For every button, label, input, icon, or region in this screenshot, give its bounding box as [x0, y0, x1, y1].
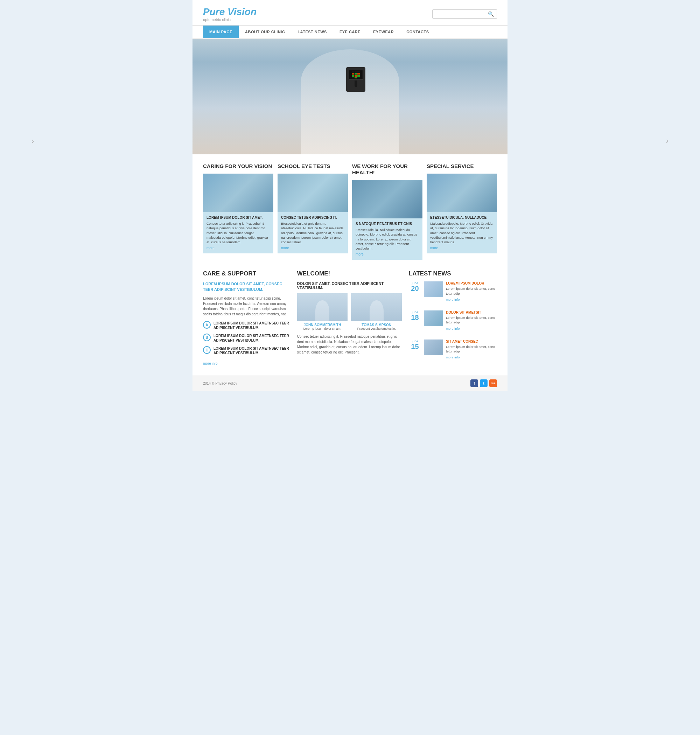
service-body-1: LOREM IPSUM DOLOR SIT AMET. Consec tetur…: [203, 212, 274, 253]
news-content-2: DOLOR SIT AMETSIT Lorem ipsum dolor sit …: [446, 310, 497, 331]
news-thumb-1: [424, 281, 443, 297]
doctor-card-1: JOHN SOMMERSMITH Loremp ipsum dolor sit …: [297, 293, 348, 331]
service-card-3: WE WORK FOR YOUR HEALTH! S NATOQUE PENAT…: [352, 163, 426, 260]
logo-subtitle: optometric clinic: [203, 18, 257, 22]
service-body-text-3: Etessetuidicula. Nulladuce Malesuda odio…: [356, 228, 419, 251]
logo-area: Pure Vision optometric clinic: [203, 6, 257, 22]
service-title-2: SCHOOL EYE TESTS: [278, 163, 348, 169]
news-item-2: june 18 DOLOR SIT AMETSIT Lorem ipsum do…: [409, 310, 497, 335]
news-date-2: june 18: [409, 310, 421, 321]
next-arrow[interactable]: ›: [666, 137, 669, 146]
footer: 2014 © Privacy Policy f t rss: [193, 375, 507, 391]
news-title-3: SIT AMET CONSEC: [446, 340, 497, 343]
doctor-name-1: JOHN SOMMERSMITH: [297, 323, 348, 327]
logo-title[interactable]: Pure Vision: [203, 6, 257, 18]
news-section: LATEST NEWS june 20 LOREM IPSUM DOLOR Lo…: [409, 270, 497, 368]
service-title-4: SPECIAL SERVICE: [426, 163, 497, 169]
news-content-1: LOREM IPSUM DOLOR Lorem ipsum dolor sit …: [446, 281, 497, 302]
eye-device: [346, 67, 365, 92]
service-more-1[interactable]: more: [206, 246, 270, 250]
care-text: Lorem ipsum dolor sit amet, conc tetur a…: [203, 296, 290, 317]
news-text-3: Lorem ipsum dolor sit amet, conc tetur a…: [446, 344, 497, 354]
nav-latest-news[interactable]: LATEST NEWS: [291, 25, 333, 38]
care-list-letter-a: A: [203, 321, 211, 329]
welcome-heading: WELCOME!: [297, 270, 402, 277]
hero-slider: [193, 39, 507, 154]
service-more-3[interactable]: more: [356, 252, 419, 256]
nav: MAIN PAGE ABOUT OUR CLINIC LATEST NEWS E…: [193, 25, 507, 39]
nav-contacts[interactable]: CONTACTS: [400, 25, 435, 38]
social-rss-icon[interactable]: rss: [489, 379, 497, 387]
social-twitter-icon[interactable]: t: [480, 379, 488, 387]
services-section: CARING FOR YOUR VISION LOREM IPSUM DOLOR…: [193, 154, 507, 260]
doctors-row: JOHN SOMMERSMITH Loremp ipsum dolor sit …: [297, 293, 402, 331]
care-subtitle: LOREM IPSUM DOLOR SIT AMET, CONSEC TEER …: [203, 281, 290, 292]
service-body-title-2: CONSEC TETUER ADIPISCING IT.: [281, 216, 344, 219]
service-body-text-1: Consec tetur adipiscing it. Praesebul. S…: [206, 221, 270, 244]
care-list-text-c: LOREM IPSUM DOLOR SIT AMETNSEC TEER ADIP…: [213, 346, 290, 355]
care-heading: CARE & SUPPORT: [203, 270, 290, 277]
nav-main-page[interactable]: MAIN PAGE: [203, 25, 239, 38]
doctor-role-1: Loremp ipsum dolor sit am.: [297, 327, 348, 331]
news-content-3: SIT AMET CONSEC Lorem ipsum dolor sit am…: [446, 340, 497, 360]
welcome-text: Consec tetuer adipiscing it. Praesebul n…: [297, 334, 402, 355]
news-more-3[interactable]: more info: [446, 355, 460, 359]
news-day-3: 15: [409, 343, 421, 350]
news-title-1: LOREM IPSUM DOLOR: [446, 281, 497, 285]
search-icon[interactable]: 🔍: [488, 11, 494, 17]
nav-about-clinic[interactable]: ABOUT OUR CLINIC: [239, 25, 291, 38]
care-section: CARE & SUPPORT LOREM IPSUM DOLOR SIT AME…: [203, 270, 297, 368]
service-title-3: WE WORK FOR YOUR HEALTH!: [352, 163, 422, 176]
footer-copyright: 2014 © Privacy Policy: [203, 382, 237, 385]
service-card-2: SCHOOL EYE TESTS CONSEC TETUER ADIPISCIN…: [278, 163, 352, 260]
doctor-name-2: TOMAS SIMPSON: [351, 323, 402, 327]
welcome-subtitle: DOLOR SIT AMET, CONSEC TEER ADIPISCENT V…: [297, 281, 402, 290]
news-text-2: Lorem ipsum dolor sit amet, conc tetur a…: [446, 315, 497, 325]
service-body-2: CONSEC TETUER ADIPISCING IT. Etessetuidi…: [278, 212, 348, 253]
nav-eye-care[interactable]: EYE CARE: [333, 25, 367, 38]
service-image-1: [203, 173, 274, 212]
news-more-1[interactable]: more info: [446, 297, 460, 301]
prev-arrow[interactable]: ›: [31, 137, 34, 146]
doctor-role-2: Praesent vestibulumolestle.: [351, 327, 402, 331]
news-text-1: Lorem ipsum dolor sit amet, conc tetur a…: [446, 286, 497, 296]
service-card-1: CARING FOR YOUR VISION LOREM IPSUM DOLOR…: [203, 163, 278, 260]
service-card-4: SPECIAL SERVICE ETESSETUIDICULA. NULLADU…: [426, 163, 497, 260]
care-more-info[interactable]: more info: [203, 362, 218, 365]
page-wrapper: › › Pure Vision optometric clinic 🔍 MAIN…: [0, 0, 700, 735]
service-more-2[interactable]: more: [281, 246, 344, 250]
news-thumb-3: [424, 340, 443, 355]
search-bar[interactable]: 🔍: [432, 9, 497, 19]
service-body-title-1: LOREM IPSUM DOLOR SIT AMET.: [206, 216, 270, 219]
news-title-2: DOLOR SIT AMETSIT: [446, 310, 497, 314]
care-list-text-a: LOREM IPSUM DOLOR SIT AMETNSEC TEER ADIP…: [213, 321, 290, 330]
news-date-3: june 15: [409, 340, 421, 350]
search-input[interactable]: [435, 12, 488, 16]
news-day-2: 18: [409, 314, 421, 321]
doctor-image-2: [351, 293, 402, 321]
care-list-item-a: A LOREM IPSUM DOLOR SIT AMETNSEC TEER AD…: [203, 321, 290, 330]
care-list-item-b: B LOREM IPSUM DOLOR SIT AMETNSEC TEER AD…: [203, 334, 290, 343]
doctor-card-2: TOMAS SIMPSON Praesent vestibulumolestle…: [351, 293, 402, 331]
nav-eyewear[interactable]: EYEWEAR: [367, 25, 400, 38]
news-item-3: june 15 SIT AMET CONSEC Lorem ipsum dolo…: [409, 340, 497, 364]
doctor-image-1: [297, 293, 348, 321]
site-container: Pure Vision optometric clinic 🔍 MAIN PAG…: [193, 0, 507, 391]
news-thumb-2: [424, 310, 443, 326]
news-more-2[interactable]: more info: [446, 326, 460, 331]
service-body-title-4: ETESSETUIDICULA. NULLADUCE: [430, 216, 494, 219]
service-more-4[interactable]: more: [430, 246, 494, 250]
news-heading: LATEST NEWS: [409, 270, 497, 277]
service-image-3: [352, 180, 422, 218]
service-body-3: S NATOQUE PENATIBUS ET GNIS Etessetuidic…: [352, 218, 422, 260]
care-list-item-c: C LOREM IPSUM DOLOR SIT AMETNSEC TEER AD…: [203, 346, 290, 355]
hero-figure: [301, 49, 399, 154]
hero-image: [193, 39, 507, 154]
social-facebook-icon[interactable]: f: [471, 379, 478, 387]
news-item-1: june 20 LOREM IPSUM DOLOR Lorem ipsum do…: [409, 281, 497, 306]
social-icons: f t rss: [471, 379, 497, 387]
service-body-title-3: S NATOQUE PENATIBUS ET GNIS: [356, 222, 419, 226]
welcome-section: WELCOME! DOLOR SIT AMET, CONSEC TEER ADI…: [297, 270, 409, 368]
bottom-sections: CARE & SUPPORT LOREM IPSUM DOLOR SIT AME…: [193, 260, 507, 375]
service-image-2: [278, 173, 348, 212]
